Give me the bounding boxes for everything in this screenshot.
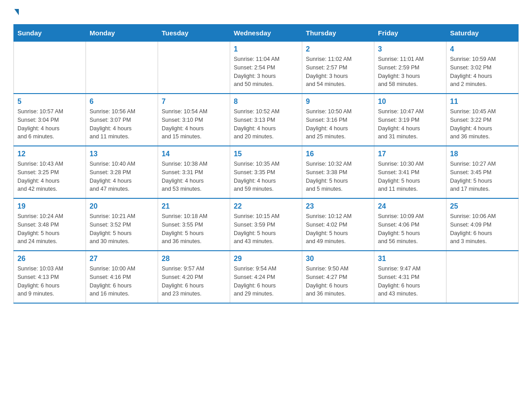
day-number: 27 (90, 255, 154, 263)
day-number: 8 (234, 98, 298, 106)
day-number: 11 (450, 98, 515, 106)
calendar-cell: 3Sunrise: 11:01 AM Sunset: 2:59 PM Dayli… (374, 42, 446, 94)
day-info: Sunrise: 10:54 AM Sunset: 3:10 PM Daylig… (162, 107, 226, 141)
day-info: Sunrise: 10:52 AM Sunset: 3:13 PM Daylig… (234, 107, 298, 141)
calendar-cell: 14Sunrise: 10:38 AM Sunset: 3:31 PM Dayl… (158, 146, 230, 198)
calendar-cell: 31Sunrise: 9:47 AM Sunset: 4:31 PM Dayli… (374, 251, 446, 303)
day-number: 1 (234, 45, 298, 53)
day-info: Sunrise: 10:06 AM Sunset: 4:09 PM Daylig… (450, 212, 515, 246)
header-cell-tuesday: Tuesday (158, 25, 230, 42)
calendar-cell: 13Sunrise: 10:40 AM Sunset: 3:28 PM Dayl… (86, 146, 158, 198)
calendar-cell: 4Sunrise: 10:59 AM Sunset: 3:02 PM Dayli… (446, 42, 519, 94)
calendar-cell: 25Sunrise: 10:06 AM Sunset: 4:09 PM Dayl… (446, 198, 519, 251)
calendar-cell: 30Sunrise: 9:50 AM Sunset: 4:27 PM Dayli… (302, 251, 374, 303)
day-info: Sunrise: 10:12 AM Sunset: 4:02 PM Daylig… (306, 212, 370, 246)
day-number: 29 (234, 255, 298, 263)
day-number: 3 (378, 45, 442, 53)
day-number: 21 (162, 202, 226, 210)
week-row-1: 1Sunrise: 11:04 AM Sunset: 2:54 PM Dayli… (14, 42, 519, 94)
day-number: 28 (162, 255, 226, 263)
day-number: 22 (234, 202, 298, 210)
day-info: Sunrise: 9:57 AM Sunset: 4:20 PM Dayligh… (162, 265, 226, 298)
day-info: Sunrise: 9:54 AM Sunset: 4:24 PM Dayligh… (234, 265, 298, 298)
day-info: Sunrise: 10:15 AM Sunset: 3:59 PM Daylig… (234, 212, 298, 246)
week-row-5: 26Sunrise: 10:03 AM Sunset: 4:13 PM Dayl… (14, 251, 519, 303)
calendar-cell: 20Sunrise: 10:21 AM Sunset: 3:52 PM Dayl… (86, 198, 158, 251)
day-info: Sunrise: 10:18 AM Sunset: 3:55 PM Daylig… (162, 212, 226, 246)
day-number: 30 (306, 255, 370, 263)
day-number: 26 (17, 255, 82, 263)
day-number: 7 (162, 98, 226, 106)
calendar-cell: 7Sunrise: 10:54 AM Sunset: 3:10 PM Dayli… (158, 94, 230, 146)
calendar-cell: 18Sunrise: 10:27 AM Sunset: 3:45 PM Dayl… (446, 146, 519, 198)
day-number: 20 (90, 202, 154, 210)
day-info: Sunrise: 10:45 AM Sunset: 3:22 PM Daylig… (450, 107, 515, 141)
calendar-cell: 27Sunrise: 10:00 AM Sunset: 4:16 PM Dayl… (86, 251, 158, 303)
day-number: 5 (17, 98, 82, 106)
calendar-cell: 11Sunrise: 10:45 AM Sunset: 3:22 PM Dayl… (446, 94, 519, 146)
calendar-cell: 23Sunrise: 10:12 AM Sunset: 4:02 PM Dayl… (302, 198, 374, 251)
calendar-cell: 26Sunrise: 10:03 AM Sunset: 4:13 PM Dayl… (14, 251, 86, 303)
calendar-cell: 5Sunrise: 10:57 AM Sunset: 3:04 PM Dayli… (14, 94, 86, 146)
calendar-cell (86, 42, 158, 94)
day-info: Sunrise: 10:32 AM Sunset: 3:38 PM Daylig… (306, 160, 370, 193)
calendar-cell: 17Sunrise: 10:30 AM Sunset: 3:41 PM Dayl… (374, 146, 446, 198)
day-info: Sunrise: 10:43 AM Sunset: 3:25 PM Daylig… (17, 160, 82, 193)
calendar-cell: 28Sunrise: 9:57 AM Sunset: 4:20 PM Dayli… (158, 251, 230, 303)
week-row-4: 19Sunrise: 10:24 AM Sunset: 3:48 PM Dayl… (14, 198, 519, 251)
page-header (13, 9, 519, 15)
day-info: Sunrise: 10:21 AM Sunset: 3:52 PM Daylig… (90, 212, 154, 246)
day-number: 12 (17, 150, 82, 158)
day-number: 19 (17, 202, 82, 210)
calendar-cell: 22Sunrise: 10:15 AM Sunset: 3:59 PM Dayl… (230, 198, 302, 251)
day-info: Sunrise: 10:50 AM Sunset: 3:16 PM Daylig… (306, 107, 370, 141)
calendar-table: SundayMondayTuesdayWednesdayThursdayFrid… (13, 24, 519, 304)
day-info: Sunrise: 10:03 AM Sunset: 4:13 PM Daylig… (17, 265, 82, 298)
day-info: Sunrise: 10:56 AM Sunset: 3:07 PM Daylig… (90, 107, 154, 141)
day-number: 31 (378, 255, 442, 263)
calendar-cell: 24Sunrise: 10:09 AM Sunset: 4:06 PM Dayl… (374, 198, 446, 251)
calendar-cell: 12Sunrise: 10:43 AM Sunset: 3:25 PM Dayl… (14, 146, 86, 198)
header-cell-thursday: Thursday (302, 25, 374, 42)
header-cell-friday: Friday (374, 25, 446, 42)
day-info: Sunrise: 10:24 AM Sunset: 3:48 PM Daylig… (17, 212, 82, 246)
week-row-2: 5Sunrise: 10:57 AM Sunset: 3:04 PM Dayli… (14, 94, 519, 146)
day-info: Sunrise: 10:00 AM Sunset: 4:16 PM Daylig… (90, 265, 154, 298)
day-info: Sunrise: 10:35 AM Sunset: 3:35 PM Daylig… (234, 160, 298, 193)
logo (13, 9, 19, 15)
day-number: 14 (162, 150, 226, 158)
day-number: 24 (378, 202, 442, 210)
day-number: 4 (450, 45, 515, 53)
header-row: SundayMondayTuesdayWednesdayThursdayFrid… (14, 25, 519, 42)
day-info: Sunrise: 10:47 AM Sunset: 3:19 PM Daylig… (378, 107, 442, 141)
calendar-cell: 1Sunrise: 11:04 AM Sunset: 2:54 PM Dayli… (230, 42, 302, 94)
calendar-cell (14, 42, 86, 94)
day-number: 15 (234, 150, 298, 158)
day-number: 25 (450, 202, 515, 210)
day-number: 6 (90, 98, 154, 106)
logo-triangle-icon (14, 9, 19, 15)
header-cell-monday: Monday (86, 25, 158, 42)
day-info: Sunrise: 9:50 AM Sunset: 4:27 PM Dayligh… (306, 265, 370, 298)
header-cell-sunday: Sunday (14, 25, 86, 42)
day-info: Sunrise: 10:57 AM Sunset: 3:04 PM Daylig… (17, 107, 82, 141)
header-cell-wednesday: Wednesday (230, 25, 302, 42)
day-info: Sunrise: 11:02 AM Sunset: 2:57 PM Daylig… (306, 55, 370, 89)
header-cell-saturday: Saturday (446, 25, 519, 42)
day-info: Sunrise: 10:59 AM Sunset: 3:02 PM Daylig… (450, 55, 515, 89)
calendar-body: 1Sunrise: 11:04 AM Sunset: 2:54 PM Dayli… (14, 42, 519, 304)
calendar-header: SundayMondayTuesdayWednesdayThursdayFrid… (14, 25, 519, 42)
day-number: 23 (306, 202, 370, 210)
calendar-cell: 19Sunrise: 10:24 AM Sunset: 3:48 PM Dayl… (14, 198, 86, 251)
day-info: Sunrise: 10:27 AM Sunset: 3:45 PM Daylig… (450, 160, 515, 193)
week-row-3: 12Sunrise: 10:43 AM Sunset: 3:25 PM Dayl… (14, 146, 519, 198)
calendar-cell: 21Sunrise: 10:18 AM Sunset: 3:55 PM Dayl… (158, 198, 230, 251)
day-number: 9 (306, 98, 370, 106)
calendar-cell: 8Sunrise: 10:52 AM Sunset: 3:13 PM Dayli… (230, 94, 302, 146)
day-info: Sunrise: 9:47 AM Sunset: 4:31 PM Dayligh… (378, 265, 442, 298)
calendar-cell: 9Sunrise: 10:50 AM Sunset: 3:16 PM Dayli… (302, 94, 374, 146)
calendar-cell: 10Sunrise: 10:47 AM Sunset: 3:19 PM Dayl… (374, 94, 446, 146)
day-number: 16 (306, 150, 370, 158)
day-number: 17 (378, 150, 442, 158)
calendar-cell: 2Sunrise: 11:02 AM Sunset: 2:57 PM Dayli… (302, 42, 374, 94)
